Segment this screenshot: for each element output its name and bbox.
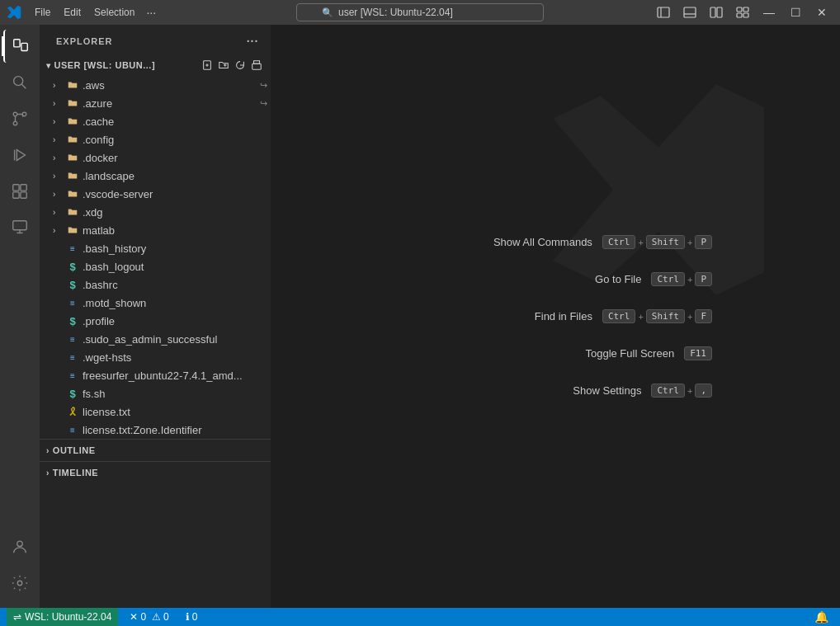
tree-item[interactable]: $ fs.sh (40, 384, 271, 402)
activity-remote-explorer[interactable] (3, 211, 36, 244)
folder-chevron-icon: › (53, 226, 66, 235)
sidebar-toggle-button[interactable] (652, 4, 675, 21)
tree-item[interactable]: ≡ .motd_shown (40, 294, 271, 312)
tree-item-label: .bash_history (83, 242, 271, 255)
activity-run-debug[interactable] (3, 139, 36, 172)
minimize-button[interactable]: — (757, 4, 781, 21)
activity-bar (0, 25, 40, 608)
warning-icon: ⚠ (152, 611, 161, 623)
svg-rect-9 (743, 13, 748, 17)
activity-settings[interactable] (3, 567, 36, 600)
tree-item[interactable]: › .xdg (40, 203, 271, 221)
key-badge: F (695, 309, 712, 323)
key-badge: P (695, 272, 712, 286)
svg-rect-5 (717, 7, 722, 17)
activity-search[interactable] (3, 66, 36, 99)
tree-item-label: .profile (83, 315, 271, 327)
svg-rect-11 (21, 43, 27, 50)
vscode-logo-icon (7, 5, 21, 20)
tree-item[interactable]: ≡ .wget-hsts (40, 348, 271, 366)
status-left: ⇌ WSL: Ubuntu-22.04 ✕ 0 ⚠ 0 ℹ 0 (7, 608, 202, 626)
tree-item[interactable]: ≡ .bash_history (40, 239, 271, 257)
layout-button[interactable] (705, 4, 728, 21)
tree-item[interactable]: ≡ freesurfer_ubuntu22-7.4.1_amd... (40, 366, 271, 384)
outline-header[interactable]: › OUTLINE (40, 440, 271, 461)
svg-rect-7 (743, 7, 748, 12)
tree-item[interactable]: › .cache (40, 112, 271, 130)
new-file-button[interactable] (200, 58, 215, 73)
folder-chevron-icon: › (53, 135, 66, 144)
tree-item[interactable]: $ .bash_logout (40, 257, 271, 275)
tree-item-label: .bash_logout (83, 261, 271, 273)
refresh-button[interactable] (233, 58, 248, 73)
shortcut-keys: Ctrl+, (651, 384, 712, 398)
workspace-label: USER [WSL: UBUN...] (54, 60, 156, 70)
activity-accounts[interactable] (3, 530, 36, 563)
panel-toggle-button[interactable] (678, 4, 701, 21)
tree-item[interactable]: › .landscape (40, 167, 271, 185)
info-icon: ℹ (186, 611, 190, 623)
key-badge: Shift (646, 309, 685, 323)
sidebar: EXPLORER ··· ▾ USER [WSL: UBUN...] (40, 25, 271, 608)
notifications-bell-icon[interactable]: 🔔 (809, 610, 833, 624)
wsl-indicator[interactable]: ⇌ WSL: Ubuntu-22.04 (7, 608, 118, 626)
explorer-more-button[interactable]: ··· (244, 33, 261, 49)
tree-item-label: .sudo_as_admin_successful (83, 333, 271, 346)
tree-item[interactable]: › .azure ↪ (40, 94, 271, 112)
folder-chevron-icon: › (53, 190, 66, 199)
tree-item[interactable]: ≡ .sudo_as_admin_successful (40, 330, 271, 348)
text-file-icon: ≡ (66, 369, 79, 382)
key-badge: P (695, 235, 712, 249)
search-text: user [WSL: Ubuntu-22.04] (338, 7, 453, 18)
svg-rect-20 (21, 185, 26, 191)
title-bar-right: — ☐ ✕ (652, 4, 833, 21)
tree-item-label: .xdg (83, 206, 271, 219)
tree-item[interactable]: › .vscode-server (40, 185, 271, 203)
timeline-header[interactable]: › TIMELINE (40, 462, 271, 483)
folder-icon (66, 115, 79, 128)
command-palette-bar[interactable]: 🔍 user [WSL: Ubuntu-22.04] (296, 3, 544, 21)
edit-menu[interactable]: Edit (57, 5, 87, 20)
warning-count: 0 (163, 611, 169, 623)
main-layout: EXPLORER ··· ▾ USER [WSL: UBUN...] (0, 25, 840, 608)
key-badge: , (695, 384, 712, 398)
svg-rect-23 (13, 221, 27, 230)
svg-marker-17 (17, 150, 25, 161)
tree-item[interactable]: ≡ license.txt:Zone.Identifier (40, 421, 271, 439)
activity-extensions[interactable] (3, 175, 36, 208)
tree-item[interactable]: › .config (40, 130, 271, 148)
new-folder-button[interactable] (216, 58, 231, 73)
workspace-header[interactable]: ▾ USER [WSL: UBUN...] (40, 54, 271, 76)
tree-item[interactable]: 🎗 license.txt (40, 402, 271, 421)
svg-point-12 (14, 77, 23, 86)
link-arrow-icon: ↪ (260, 80, 267, 91)
customize-layout-button[interactable] (731, 4, 754, 21)
key-badge: Ctrl (602, 235, 636, 249)
shell-script-icon: $ (66, 387, 79, 400)
activity-source-control[interactable] (3, 102, 36, 135)
wsl-label: WSL: Ubuntu-22.04 (25, 611, 111, 623)
title-bar-left: File Edit Selection ··· (7, 4, 161, 21)
tree-item[interactable]: $ .bashrc (40, 275, 271, 294)
tree-item[interactable]: › .aws ↪ (40, 76, 271, 94)
close-button[interactable]: ✕ (810, 4, 833, 21)
errors-indicator[interactable]: ✕ 0 ⚠ 0 (125, 608, 173, 626)
info-indicator[interactable]: ℹ 0 (181, 608, 203, 626)
collapse-all-button[interactable] (249, 58, 264, 73)
status-right: 🔔 (809, 610, 833, 624)
svg-rect-0 (658, 7, 669, 17)
more-menus[interactable]: ··· (141, 4, 161, 21)
outline-label: OUTLINE (53, 445, 96, 455)
maximize-button[interactable]: ☐ (784, 4, 807, 21)
tree-item[interactable]: $ .profile (40, 312, 271, 330)
svg-rect-21 (13, 192, 19, 198)
welcome-shortcuts: Show All Commands Ctrl+Shift+P Go to Fil… (399, 235, 712, 398)
file-menu[interactable]: File (28, 5, 57, 20)
tree-item[interactable]: › .docker (40, 148, 271, 167)
key-plus: + (638, 312, 643, 322)
activity-explorer[interactable] (3, 30, 36, 63)
svg-point-14 (13, 112, 17, 116)
selection-menu[interactable]: Selection (87, 5, 141, 20)
tree-item[interactable]: › matlab (40, 221, 271, 239)
key-plus: + (638, 238, 643, 247)
